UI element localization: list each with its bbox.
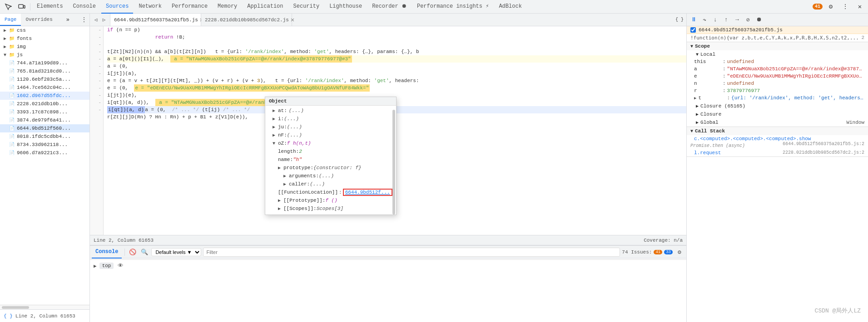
sidebar-tab-more[interactable]: » <box>64 14 72 26</box>
console-level-select[interactable]: Default levels ▼ <box>151 248 201 256</box>
nav-back-icon[interactable]: ◁ <box>92 16 100 24</box>
close-devtools-icon[interactable]: ✕ <box>853 0 866 13</box>
tree-item-img[interactable]: ▶ 📁 img <box>0 43 89 51</box>
tab-perf-insights[interactable]: Performance insights ⚡ <box>412 0 493 14</box>
tooltip-val: Scopes[3] <box>317 206 343 211</box>
global-header[interactable]: ▶ Global Window <box>687 118 868 127</box>
tooltip-item[interactable]: ▶ nF: (...) <box>265 131 396 139</box>
tab-recorder[interactable]: Recorder ⏺ <box>367 0 412 14</box>
format-icon[interactable]: { } <box>675 16 684 24</box>
closure1-header[interactable]: ▶ Closure (65165) <box>687 102 868 110</box>
tree-item-file-6[interactable]: 📄 2228.021ddb10b... <box>0 100 89 108</box>
step-into-btn[interactable]: ↓ <box>710 15 720 25</box>
tab-application[interactable]: Application <box>243 0 288 14</box>
tooltip-item-get[interactable]: ▶ get lk: f () <box>265 213 396 215</box>
tab-lighthouse[interactable]: Lighthouse <box>325 0 367 14</box>
console-expand-icon[interactable]: ▶ <box>94 263 97 269</box>
closure2-header[interactable]: ▶ Closure <box>687 110 868 118</box>
console-area: Console 🚫 🔍 Default levels ▼ 74 Issues: … <box>90 245 686 322</box>
tree-item-file-10[interactable]: 📄 8018.1fdc5cdbb4... <box>0 132 89 141</box>
tab-sources[interactable]: Sources <box>101 0 133 14</box>
editor-tab-2[interactable]: 2228.021ddb10b985cd567dc2.js ✕ <box>201 14 292 26</box>
pause-btn[interactable]: ⏸ <box>689 15 699 25</box>
tree-item-file-8[interactable]: 📄 3874.de979f6a41... <box>0 116 89 124</box>
tab-security[interactable]: Security <box>289 0 324 14</box>
tree-item-js[interactable]: ▼ 📁 js <box>0 51 89 59</box>
expand-arrow: ▶ <box>278 198 283 203</box>
tree-item-file-1[interactable]: 📄 744.a71a199d89... <box>0 59 89 67</box>
tooltip-sub-prototype[interactable]: ▶ [[Prototype]]: f () <box>265 196 396 205</box>
tab-console[interactable]: Console <box>69 0 100 14</box>
tooltip-item[interactable]: ▶ i: (...) <box>265 115 396 123</box>
callstack-item-1[interactable]: c.<computed>.<computed>.<computed>.show … <box>687 135 868 142</box>
console-clear-icon[interactable]: 🚫 <box>128 247 138 257</box>
tab-close-2[interactable]: ✕ <box>291 16 294 24</box>
tree-item-file-7[interactable]: 📄 3393.17c87c898... <box>0 108 89 116</box>
tooltip-sub-arguments[interactable]: ▶ arguments: (...) <box>265 172 396 180</box>
console-settings-icon[interactable]: ⚙ <box>675 247 684 257</box>
pause-exceptions-btn[interactable]: ⏺ <box>754 15 764 25</box>
tree-item-file-2[interactable]: 📄 765.81ad3218cd0... <box>0 67 89 75</box>
tab-network[interactable]: Network <box>134 0 166 14</box>
tooltip-item-oz[interactable]: ▼ oZ: f h(n,t) <box>265 139 396 147</box>
console-filter-input[interactable] <box>203 248 620 257</box>
tooltip-sub-name[interactable]: name: "h" <box>265 156 396 164</box>
tooltip-sub-funcloc[interactable]: [[FunctionLocation]] : 6644.9bd512f... <box>265 188 396 196</box>
tree-item-file-12[interactable]: 📄 9606.d7a9221c3... <box>0 149 89 157</box>
sidebar-tab-overrides[interactable]: Overrides <box>21 14 57 26</box>
step-btn[interactable]: → <box>732 15 742 25</box>
editor-tab-1[interactable]: 6644.9bd512f560375a201fb5.js ✕ <box>110 14 201 26</box>
tooltip-sub-caller[interactable]: ▶ caller: (...) <box>265 180 396 188</box>
code-editor[interactable]: - - - - - - - - - - - - if (n == p) <box>90 26 686 235</box>
editor-tabs: ◁ ▷ 6644.9bd512f560375a201fb5.js ✕ 2228.… <box>90 14 686 26</box>
tooltip-sub-scopes[interactable]: ▶ [[Scopes]]: Scopes[3] <box>265 205 396 213</box>
local-scope-header[interactable]: ▼ Local <box>687 50 868 59</box>
tree-item-css[interactable]: ▶ 📁 css <box>0 26 89 34</box>
sidebar-tab-page[interactable]: Page <box>0 14 21 26</box>
tooltip-sub-length[interactable]: length: 2 <box>265 147 396 156</box>
tooltip-key: at: <box>278 108 287 113</box>
tree-item-file-3[interactable]: 📄 1120.6ebf283c5a... <box>0 75 89 83</box>
console-tab[interactable]: Console <box>92 246 122 259</box>
tooltip-sub-proto[interactable]: ▶ prototype: {constructor: f} <box>265 164 396 172</box>
file-checkbox[interactable] <box>690 27 696 33</box>
tab-memory[interactable]: Memory <box>213 0 242 14</box>
inspect-icon[interactable] <box>2 0 15 13</box>
settings-icon[interactable]: ⚙ <box>824 0 837 13</box>
tooltip-item[interactable]: ▶ at: (...) <box>265 107 396 115</box>
function-location-link[interactable]: 6644.9bd512f... <box>343 189 392 196</box>
step-out-btn[interactable]: ↑ <box>721 15 731 25</box>
callstack-item-2[interactable]: l.request 2228.021ddb10b985cd567dc2.js:2 <box>687 149 868 156</box>
tree-item-file-11[interactable]: 📄 8734.33d962118... <box>0 141 89 149</box>
tree-item-fonts[interactable]: ▶ 📁 fonts <box>0 34 89 43</box>
step-over-btn[interactable]: ↷ <box>699 15 709 25</box>
code-area: ◁ ▷ 6644.9bd512f560375a201fb5.js ✕ 2228.… <box>90 14 686 322</box>
more-icon[interactable]: ⋮ <box>839 0 852 13</box>
device-icon[interactable] <box>15 0 28 13</box>
tab-performance[interactable]: Performance <box>167 0 212 14</box>
console-filter-icon[interactable]: 🔍 <box>139 247 149 257</box>
console-toolbar: Console 🚫 🔍 Default levels ▼ 74 Issues: … <box>90 246 686 259</box>
tab-adblock[interactable]: AdBlock <box>494 0 526 14</box>
scope-arrow: ▼ <box>690 44 693 49</box>
top-selector[interactable]: top <box>99 263 114 269</box>
code-preview-row: !function(n){var z,b,t,e,C,Y,A,k,x,P,R,B… <box>687 34 868 42</box>
sidebar-hscrollbar[interactable] <box>0 305 89 309</box>
callstack-header[interactable]: ▼ Call Stack <box>687 127 868 135</box>
scope-section: ▼ Scope ▼ Local this : undefined a : "NT… <box>687 42 868 127</box>
tree-item-file-5[interactable]: 📄 1602.d967d55fdc... <box>0 92 89 100</box>
tooltip-scrollbar[interactable] <box>392 110 395 215</box>
deactivate-btn[interactable]: ⊘ <box>743 15 753 25</box>
tab-elements[interactable]: Elements <box>32 0 68 14</box>
scope-section-header[interactable]: ▼ Scope <box>687 42 868 50</box>
tooltip-item[interactable]: ▶ ju: (...) <box>265 123 396 131</box>
tree-item-file-4[interactable]: 📄 1464.7ce562c04c... <box>0 83 89 92</box>
scrollbar-thumb[interactable] <box>2 306 29 309</box>
console-eye-icon[interactable]: 👁 <box>115 261 125 271</box>
console-repl-input[interactable] <box>127 262 263 270</box>
tree-item-file-9[interactable]: 📄 6644.9bd512f560... <box>0 124 89 132</box>
nav-fwd-icon[interactable]: ▷ <box>100 16 108 24</box>
sidebar-tab-menu[interactable]: ⋮ <box>79 14 89 26</box>
var-this: this : undefined <box>687 59 868 66</box>
code-line: a = (0, <box>107 63 686 70</box>
